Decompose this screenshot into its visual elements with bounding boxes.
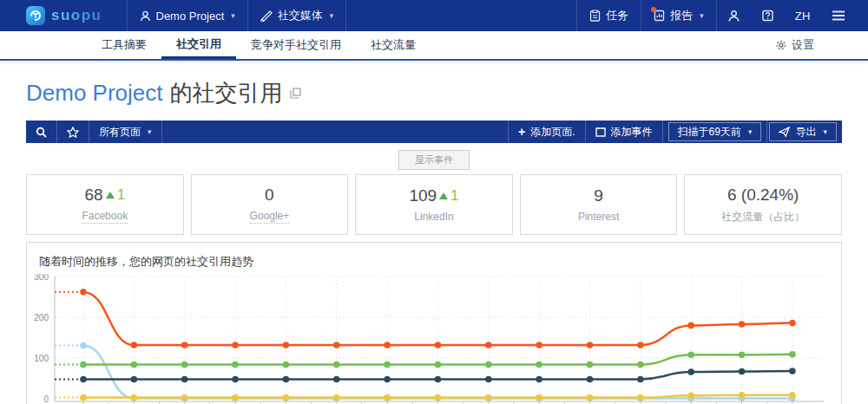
- hamburger-icon: [832, 10, 845, 21]
- menu-social-media[interactable]: 社交媒体 ▾: [248, 0, 346, 31]
- search-icon: [36, 127, 47, 138]
- stat-number: 0: [265, 186, 274, 205]
- stat-card-pinterest: 9 Pinterest: [520, 174, 678, 235]
- menu-social-media-label: 社交媒体: [278, 8, 323, 23]
- stat-value: 0: [265, 186, 274, 205]
- brand-logo[interactable]: suopu: [0, 6, 127, 25]
- reports-button[interactable]: 报告 ▾: [641, 0, 716, 31]
- chevron-down-icon: ▾: [823, 127, 827, 136]
- show-events-button[interactable]: 显示事件: [398, 150, 470, 170]
- gear-icon: [775, 39, 787, 51]
- svg-text:300: 300: [34, 274, 49, 282]
- trend-line-chart[interactable]: 01002003003月6.3月20.4月3.4月17.5月1.5月15.5月2…: [29, 274, 845, 404]
- tab-label: 工具摘要: [102, 37, 147, 53]
- scan-status-dropdown[interactable]: 扫描于69天前 ▾: [662, 121, 767, 143]
- clipboard-icon: [589, 10, 601, 22]
- plus-icon: +: [518, 125, 525, 139]
- add-page-label: 添加页面.: [530, 125, 575, 140]
- chevron-down-icon: ▾: [231, 11, 235, 20]
- tab-label: 社交流量: [371, 37, 416, 53]
- stat-label: LinkedIn: [414, 211, 453, 223]
- stat-value: 109 1: [409, 186, 458, 205]
- stat-card-linkedin: 109 1 LinkedIn: [355, 174, 513, 235]
- search-button[interactable]: [26, 121, 57, 143]
- brand-logo-icon: [26, 6, 45, 25]
- chevron-down-icon: ▾: [148, 127, 152, 136]
- project-selector[interactable]: Demo Project ▾: [128, 0, 247, 31]
- page-title-text: 的社交引用: [170, 78, 283, 108]
- stat-label[interactable]: Facebook: [82, 210, 128, 224]
- secondary-navbar: 工具摘要 社交引用 竞争对手社交引用 社交流量 设置: [0, 31, 868, 61]
- tab-social-traffic[interactable]: 社交流量: [356, 31, 431, 59]
- stat-label[interactable]: Google+: [250, 210, 290, 224]
- paper-plane-icon: [779, 127, 790, 137]
- scan-status-label: 扫描于69天前: [678, 125, 741, 140]
- chevron-down-icon: ▾: [330, 11, 334, 20]
- pages-filter-dropdown[interactable]: 所有页面 ▾: [89, 121, 162, 143]
- top-navbar: suopu Demo Project ▾ 社交媒体 ▾ 任务: [0, 0, 868, 31]
- divider: [345, 0, 346, 31]
- chevron-down-icon: ▾: [700, 11, 704, 20]
- svg-text:200: 200: [34, 313, 49, 323]
- add-event-label: 添加事件: [611, 125, 653, 140]
- stat-delta: 1: [450, 187, 458, 205]
- settings-label: 设置: [792, 37, 814, 53]
- help-button[interactable]: [751, 0, 785, 31]
- add-page-button[interactable]: + 添加页面.: [508, 121, 585, 143]
- svg-text:100: 100: [34, 354, 49, 363]
- stat-value: 9: [594, 186, 603, 205]
- person-icon: [727, 10, 740, 23]
- hamburger-menu-button[interactable]: [821, 0, 868, 31]
- tab-competitor-social-citations[interactable]: 竞争对手社交引用: [236, 31, 356, 59]
- page-title: Demo Project 的社交引用: [0, 61, 868, 117]
- book-icon: [761, 10, 774, 22]
- calendar-icon: [595, 127, 606, 137]
- user-icon: [140, 10, 151, 22]
- reports-label: 报告: [670, 8, 693, 23]
- star-icon: [67, 127, 79, 138]
- stat-delta: 1: [117, 186, 125, 204]
- stat-number: 6 (0.24%): [727, 186, 799, 205]
- stat-card-facebook: 68 1 Facebook: [26, 174, 184, 235]
- arrow-up-icon: [106, 192, 115, 199]
- stat-card-social-traffic: 6 (0.24%) 社交流量（占比）: [684, 174, 842, 235]
- stat-card-googleplus: 0 Google+: [191, 174, 349, 235]
- svg-text:0: 0: [43, 394, 49, 404]
- brand-logo-text: suopu: [51, 7, 102, 24]
- pages-filter-label: 所有页面: [99, 125, 141, 140]
- add-event-button[interactable]: 添加事件: [585, 121, 662, 143]
- arrow-up-icon: [439, 192, 448, 199]
- stats-row: 68 1 Facebook 0 Google+ 109 1 LinkedIn 9…: [26, 174, 842, 235]
- megaphone-icon: [260, 10, 273, 22]
- settings-button[interactable]: 设置: [775, 31, 868, 59]
- export-label: 导出: [795, 125, 816, 140]
- chart-title: 随着时间的推移，您的网页的社交引用趋势: [27, 243, 841, 270]
- tab-label: 竞争对手社交引用: [251, 37, 341, 53]
- language-label: ZH: [795, 10, 811, 23]
- tab-social-citations[interactable]: 社交引用: [161, 31, 236, 59]
- tab-tool-summary[interactable]: 工具摘要: [87, 31, 161, 59]
- stat-label: Pinterest: [578, 211, 619, 223]
- stat-value: 6 (0.24%): [727, 186, 799, 205]
- tasks-button[interactable]: 任务: [577, 0, 641, 31]
- language-switcher[interactable]: ZH: [785, 0, 821, 31]
- stat-number: 9: [594, 186, 603, 205]
- export-dropdown[interactable]: 导出 ▾: [766, 121, 842, 143]
- stat-label: 社交流量（占比）: [721, 210, 805, 225]
- chevron-down-icon: ▾: [748, 127, 753, 136]
- project-link[interactable]: Demo Project: [26, 80, 163, 107]
- stat-number: 109: [409, 186, 437, 205]
- trend-chart-panel: 随着时间的推移，您的网页的社交引用趋势 01002003003月6.3月20.4…: [26, 242, 842, 404]
- page-toolbar: 所有页面 ▾ + 添加页面. 添加事件 扫描于69天前 ▾ 导出: [26, 121, 842, 143]
- tasks-label: 任务: [606, 8, 628, 23]
- stat-number: 68: [84, 186, 102, 205]
- account-button[interactable]: [717, 0, 751, 31]
- report-icon: [654, 10, 665, 22]
- stat-value: 68 1: [84, 186, 125, 205]
- project-name: Demo Project: [156, 10, 225, 23]
- copy-icon[interactable]: [290, 88, 301, 99]
- favorite-button[interactable]: [57, 121, 89, 143]
- tab-label: 社交引用: [176, 36, 221, 52]
